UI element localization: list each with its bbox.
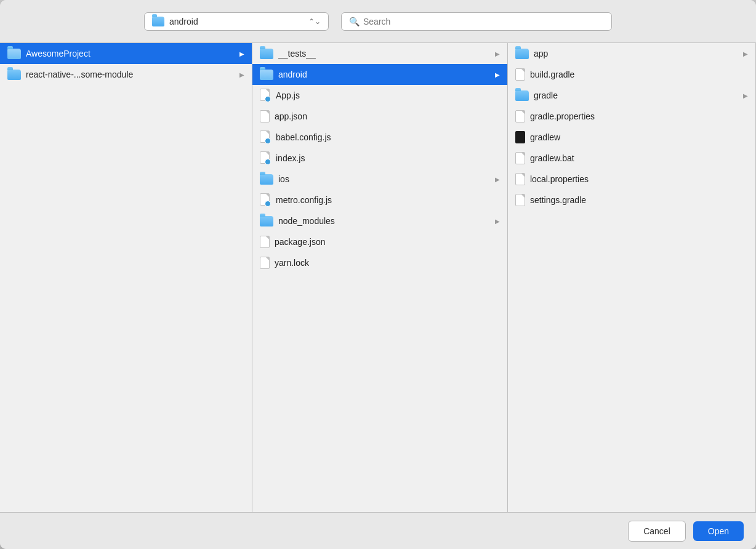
js-file-icon xyxy=(260,151,271,165)
item-label: gradle.properties xyxy=(530,111,748,121)
search-box: 🔍 xyxy=(341,12,612,31)
search-input[interactable] xyxy=(363,17,604,26)
file-icon xyxy=(515,194,525,206)
chevron-right-icon: ▶ xyxy=(495,218,500,225)
search-icon: 🔍 xyxy=(349,17,360,26)
list-item[interactable]: ios▶ xyxy=(252,169,507,190)
list-item[interactable]: package.json xyxy=(252,231,507,252)
folder-selector[interactable]: android ⌃⌄ xyxy=(144,12,329,31)
file-dialog: android ⌃⌄ 🔍 AwesomeProject▶react-native… xyxy=(0,0,756,549)
list-item[interactable]: build.gradle xyxy=(508,64,755,85)
item-label: gradlew.bat xyxy=(530,153,748,163)
item-label: node_modules xyxy=(278,216,490,226)
right-scroll[interactable]: app▶build.gradlegradle▶gradle.properties… xyxy=(508,43,755,512)
file-icon xyxy=(260,110,270,122)
folder-icon-selector xyxy=(152,17,164,26)
file-browser: AwesomeProject▶react-native-...some-modu… xyxy=(0,43,756,512)
item-label: __tests__ xyxy=(278,49,490,58)
item-label: react-native-...some-module xyxy=(26,70,235,79)
file-icon xyxy=(260,236,270,248)
item-label: gradle xyxy=(534,90,738,100)
folder-icon xyxy=(7,49,21,59)
folder-icon xyxy=(260,70,273,80)
item-label: app xyxy=(534,49,738,58)
list-item[interactable]: __tests__▶ xyxy=(252,43,507,64)
chevron-right-icon: ▶ xyxy=(495,50,500,57)
js-file-icon xyxy=(260,193,271,207)
file-icon xyxy=(515,173,525,185)
list-item[interactable]: metro.config.js xyxy=(252,190,507,210)
list-item[interactable]: app.json xyxy=(252,106,507,127)
list-item[interactable]: app▶ xyxy=(508,43,755,64)
file-icon xyxy=(260,257,270,269)
item-label: ios xyxy=(278,174,490,184)
item-label: build.gradle xyxy=(530,70,748,79)
chevron-right-icon: ▶ xyxy=(239,71,244,78)
item-label: app.json xyxy=(275,111,500,121)
list-item[interactable]: index.js xyxy=(252,148,507,169)
folder-icon xyxy=(260,216,273,226)
item-label: App.js xyxy=(276,90,500,100)
list-item[interactable]: babel.config.js xyxy=(252,127,507,148)
list-item[interactable]: yarn.lock xyxy=(252,252,507,273)
folder-icon xyxy=(515,49,529,59)
folder-icon xyxy=(515,90,529,101)
column-left: AwesomeProject▶react-native-...some-modu… xyxy=(0,43,252,512)
chevron-right-icon: ▶ xyxy=(495,71,500,78)
chevron-right-icon: ▶ xyxy=(743,92,748,99)
folder-icon xyxy=(7,70,21,80)
file-icon xyxy=(515,110,525,122)
list-item[interactable]: local.properties xyxy=(508,169,755,190)
js-file-icon xyxy=(260,89,271,102)
item-label: index.js xyxy=(276,153,500,163)
list-item[interactable]: react-native-...some-module▶ xyxy=(0,64,252,85)
left-scroll[interactable]: AwesomeProject▶react-native-...some-modu… xyxy=(0,43,252,512)
toolbar: android ⌃⌄ 🔍 xyxy=(0,0,756,43)
file-icon xyxy=(515,152,525,164)
cancel-button[interactable]: Cancel xyxy=(628,521,686,542)
item-label: babel.config.js xyxy=(276,132,500,142)
chevron-right-icon: ▶ xyxy=(743,50,748,57)
bottom-bar: Cancel Open xyxy=(0,512,756,549)
column-right: app▶build.gradlegradle▶gradle.properties… xyxy=(508,43,756,512)
dark-file-icon xyxy=(515,131,525,143)
folder-icon xyxy=(260,49,273,59)
selected-folder-name: android xyxy=(169,17,304,26)
item-label: package.json xyxy=(275,237,500,247)
list-item[interactable]: gradle▶ xyxy=(508,85,755,106)
item-label: android xyxy=(278,70,490,79)
list-item[interactable]: App.js xyxy=(252,85,507,106)
stepper-icon: ⌃⌄ xyxy=(308,17,321,26)
item-label: AwesomeProject xyxy=(26,49,235,58)
file-icon xyxy=(515,68,525,81)
item-label: settings.gradle xyxy=(530,195,748,205)
item-label: metro.config.js xyxy=(276,195,500,205)
list-item[interactable]: node_modules▶ xyxy=(252,210,507,231)
list-item[interactable]: gradlew xyxy=(508,127,755,148)
list-item[interactable]: gradlew.bat xyxy=(508,148,755,169)
js-file-icon xyxy=(260,130,271,144)
list-item[interactable]: android▶ xyxy=(252,64,507,85)
item-label: local.properties xyxy=(530,174,748,184)
column-middle: __tests__▶android▶App.jsapp.jsonbabel.co… xyxy=(252,43,508,512)
chevron-right-icon: ▶ xyxy=(495,176,500,183)
list-item[interactable]: AwesomeProject▶ xyxy=(0,43,252,64)
folder-icon xyxy=(260,174,273,185)
item-label: gradlew xyxy=(530,132,748,142)
list-item[interactable]: gradle.properties xyxy=(508,106,755,127)
open-button[interactable]: Open xyxy=(693,521,744,541)
list-item[interactable]: settings.gradle xyxy=(508,190,755,210)
chevron-right-icon: ▶ xyxy=(239,50,244,57)
middle-scroll[interactable]: __tests__▶android▶App.jsapp.jsonbabel.co… xyxy=(252,43,507,512)
item-label: yarn.lock xyxy=(275,258,500,268)
